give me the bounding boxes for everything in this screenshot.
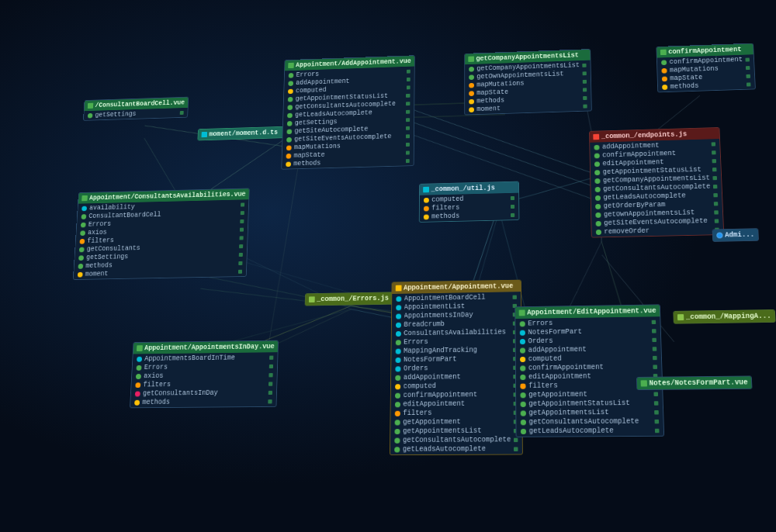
svg-line-24 — [400, 115, 505, 118]
node-item: getLeadsAutocomplete — [390, 444, 522, 454]
node-edit-appointment: Appointment/EditAppointment.vue Errors N… — [514, 304, 664, 437]
node-confirm-appt: confirmAppointment confirmAppointment ma… — [656, 43, 755, 93]
node-admin: Admi... — [712, 228, 759, 242]
node-item: methods — [130, 397, 276, 407]
node-header-errors: _common_/Errors.js — [306, 292, 398, 305]
node-item: getAppointment — [390, 417, 521, 427]
node-appointments-in-day: Appointment/AppointmentsInDay.vue Appoin… — [130, 340, 279, 409]
node-common-util: _common_/util.js computed filters method… — [419, 181, 520, 223]
node-common-mapping: _common_/MappingA... — [673, 309, 775, 324]
node-header-admin: Admi... — [713, 229, 759, 241]
node-consultants-availabilities: Appointment/ConsultantsAvailabilities.vu… — [73, 188, 250, 280]
node-item: getConsultantsAutocomplete — [390, 435, 522, 445]
node-appointment: Appointment/Appointment.vue AppointmentB… — [390, 280, 523, 455]
node-consultant-board-cell: /ConsultantBoardCell.vue getSettings — [83, 97, 189, 121]
node-add-appointment: Appointment/AddAppointment.vue Errors ad… — [281, 55, 414, 169]
node-header-mapping: _common_/MappingA... — [674, 310, 774, 323]
node-common-endpoints: _common_/endpoints.js addAppointment con… — [589, 127, 724, 238]
node-notes-form-part: Notes/NotesFormPart.vue — [636, 375, 753, 390]
node-item: methods — [420, 210, 519, 221]
node-common-errors: _common_/Errors.js — [305, 292, 398, 306]
node-item: getLeadsAutocomplete — [516, 426, 663, 436]
node-item: getAppointmentsList — [390, 426, 522, 436]
node-top-right-list: getCompanyAppointmentsList getCompanyApp… — [464, 49, 592, 115]
node-header-notes: Notes/NotesFormPart.vue — [637, 376, 752, 389]
